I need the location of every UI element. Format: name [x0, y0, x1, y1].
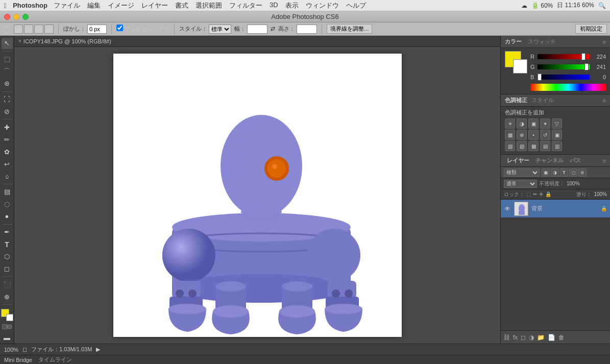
g-slider[interactable]	[538, 64, 590, 69]
vibrance-adj-icon[interactable]: ▽	[552, 118, 562, 129]
file-info-expand[interactable]: ▶	[96, 346, 100, 353]
preset-button[interactable]: 初期設定	[575, 24, 607, 34]
menu-view[interactable]: 表示	[285, 1, 299, 10]
adj-tab[interactable]: 色調補正	[505, 96, 527, 104]
invert-adj-icon[interactable]: ▧	[505, 141, 515, 151]
crop-tool[interactable]: ⛶	[2, 94, 13, 105]
shape-btn4[interactable]: ⊞	[44, 25, 54, 34]
exposure-adj-icon[interactable]: ✦	[540, 118, 550, 129]
background-color[interactable]	[6, 314, 13, 321]
mini-bridge-tab[interactable]: Mini Bridge	[4, 357, 32, 363]
apple-menu[interactable]: 	[4, 2, 7, 10]
menu-window[interactable]: ウィンドウ	[306, 1, 339, 10]
r-thumb[interactable]	[581, 53, 585, 60]
curves-adj-icon[interactable]: ◑	[517, 118, 527, 129]
blur-input[interactable]	[87, 25, 107, 34]
border-adjust-button[interactable]: 境界線を調整...	[327, 24, 372, 34]
eraser-tool[interactable]: ⎐	[2, 171, 13, 182]
text-filter-icon[interactable]: T	[560, 168, 568, 177]
menu-help[interactable]: ヘルプ	[346, 1, 366, 10]
move-tool[interactable]: ↖	[2, 38, 13, 49]
lock-paint-icon[interactable]: ✏	[533, 191, 537, 197]
channel-mix-icon[interactable]: ▣	[552, 130, 562, 140]
menu-file[interactable]: ファイル	[54, 1, 80, 10]
dodge-tool[interactable]: ●	[2, 211, 13, 222]
history-tool[interactable]: ↩	[2, 158, 13, 169]
add-style-button[interactable]: fx	[513, 334, 518, 341]
lock-pixel-icon[interactable]: ⬚	[526, 191, 531, 197]
marquee-tool[interactable]: ⬚	[2, 54, 13, 65]
style-select[interactable]: 標準	[209, 25, 231, 34]
paths-tab[interactable]: パス	[568, 157, 583, 164]
tab-close-button[interactable]: ×	[18, 38, 21, 44]
menu-image[interactable]: イメージ	[108, 1, 134, 10]
selective-color-icon[interactable]: ▥	[552, 141, 562, 151]
add-adjustment-button[interactable]: ◑	[529, 334, 534, 341]
spot-heal-tool[interactable]: ✚	[2, 122, 13, 133]
adj-filter-icon[interactable]: ◑	[551, 168, 559, 177]
delete-layer-button[interactable]: 🗑	[558, 334, 565, 341]
levels-adj-icon[interactable]: ▣	[528, 118, 539, 129]
path-tool[interactable]: ⬡	[2, 251, 13, 262]
hue-adj-icon[interactable]: ▦	[505, 130, 515, 140]
smart-filter-icon[interactable]: ⊛	[578, 168, 587, 177]
menu-select[interactable]: 選択範囲	[196, 1, 222, 10]
shape-btn3[interactable]: ◫	[34, 25, 43, 34]
gradient-map-icon[interactable]: ▤	[540, 141, 550, 151]
layer-item[interactable]: 👁 背景 🔒	[501, 200, 610, 218]
antialias-checkbox[interactable]	[116, 25, 123, 31]
channels-tab[interactable]: チャンネル	[533, 157, 566, 164]
width-input[interactable]	[247, 25, 267, 34]
pen-tool[interactable]: ✒	[2, 227, 13, 238]
new-layer-button[interactable]: 📄	[548, 334, 555, 341]
lock-all-icon[interactable]: 🔒	[545, 191, 551, 197]
quick-mask-btn[interactable]	[2, 324, 12, 330]
pixel-filter-icon[interactable]: ▣	[542, 168, 550, 177]
text-tool[interactable]: T	[2, 239, 13, 250]
menu-3d[interactable]: 3D	[270, 1, 278, 10]
add-mask-button[interactable]: ◻	[521, 334, 526, 341]
eyedropper-tool[interactable]: ⊘	[2, 106, 13, 117]
g-thumb[interactable]	[584, 63, 589, 70]
menu-filter[interactable]: フィルター	[229, 1, 262, 10]
blur-tool[interactable]: ◌	[2, 199, 13, 210]
3d-tool[interactable]: ⬛	[2, 279, 13, 290]
layer-filter-select[interactable]: 種類	[504, 168, 540, 177]
close-window-button[interactable]	[4, 14, 10, 20]
shape-tool[interactable]: ◻	[2, 263, 13, 274]
lasso-tool[interactable]: ⌒	[2, 66, 13, 77]
lock-move-icon[interactable]: ✛	[539, 191, 543, 197]
menu-edit[interactable]: 編集	[87, 1, 101, 10]
brightness-adj-icon[interactable]: ☀	[505, 118, 515, 129]
menu-layer[interactable]: レイヤー	[141, 1, 168, 10]
screen-mode-btn[interactable]: ▬	[2, 332, 13, 344]
link-layers-button[interactable]: ⛓	[504, 334, 510, 341]
colorbal-adj-icon[interactable]: ⊕	[517, 130, 527, 140]
r-slider[interactable]	[538, 54, 590, 59]
b-thumb[interactable]	[538, 74, 542, 81]
zoom-tool[interactable]: ⊕	[2, 291, 13, 302]
bw-adj-icon[interactable]: ▪	[528, 130, 539, 140]
layers-panel-menu-icon[interactable]: ≡	[603, 158, 606, 164]
background-color-swatch[interactable]	[513, 59, 527, 74]
canvas-content[interactable]	[14, 47, 500, 344]
style-tab[interactable]: スタイル	[531, 96, 554, 104]
clone-tool[interactable]: ✿	[2, 146, 13, 157]
layer-visibility-toggle[interactable]: 👁	[504, 205, 511, 212]
height-input[interactable]	[297, 25, 317, 34]
brush-tool[interactable]: ✏	[2, 134, 13, 145]
b-slider[interactable]	[538, 75, 590, 80]
posterize-adj-icon[interactable]: ▨	[517, 141, 527, 151]
color-spectrum[interactable]	[530, 84, 606, 91]
shape-btn[interactable]: ▬	[14, 25, 23, 34]
wand-tool[interactable]: ⊛	[2, 78, 13, 89]
color-tab[interactable]: カラー	[505, 38, 522, 45]
threshold-adj-icon[interactable]: ▩	[528, 141, 539, 151]
menu-text[interactable]: 書式	[175, 1, 188, 10]
search-icon[interactable]: 🔍	[598, 2, 606, 9]
gradient-tool[interactable]: ▤	[2, 186, 13, 198]
layers-tab[interactable]: レイヤー	[505, 157, 531, 164]
color-panel-menu-icon[interactable]: ≡	[603, 39, 606, 45]
blend-mode-select[interactable]: 通常	[504, 180, 537, 188]
shape-btn2[interactable]: ▣	[24, 25, 33, 34]
